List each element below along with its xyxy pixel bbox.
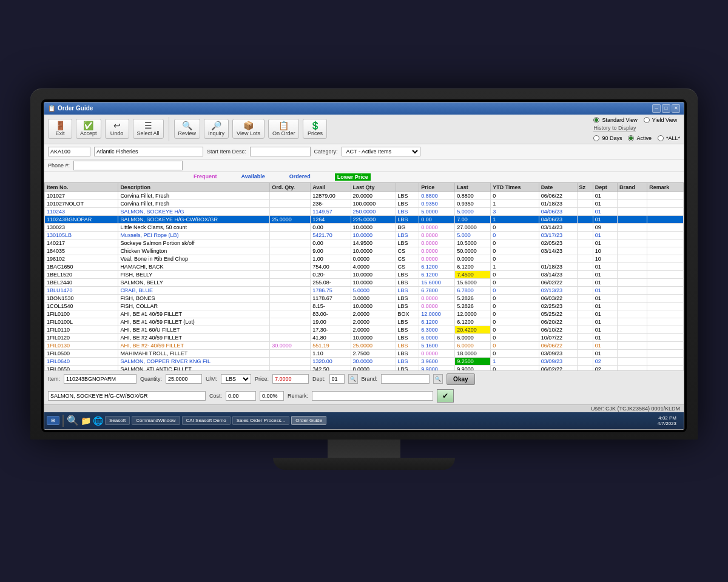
standard-view-option[interactable]: Standard View — [593, 117, 637, 123]
active-option[interactable]: Active — [628, 135, 652, 141]
cell-brand — [617, 341, 647, 349]
maximize-button[interactable]: □ — [662, 104, 670, 113]
dept-lookup-button[interactable]: 🔍 — [348, 374, 358, 384]
cell-brand — [617, 326, 647, 333]
start-button[interactable]: ⊞ — [47, 416, 59, 425]
table-row[interactable]: 101027NOLOT Corvina Fillet, Fresh 236- 1… — [45, 199, 684, 207]
cell-sz — [577, 310, 593, 318]
table-row[interactable]: 1FIL0500 MAHIMAHI TROLL, FILLET 1.10 2.7… — [45, 349, 684, 357]
desc-input[interactable] — [48, 391, 206, 401]
cell-last-qty: 10.0000 — [351, 278, 396, 286]
phone-input[interactable] — [73, 161, 183, 170]
search-taskbar-icon[interactable]: 🔍 — [67, 415, 79, 426]
cell-last-qty: 225.0000 — [351, 215, 396, 223]
table-row[interactable]: 1FIL0130 AHI, BE #2- 40/59 FILLET 30.000… — [45, 341, 684, 349]
table-row[interactable]: 1BEL1520 FISH, BELLY 0.20- 10.0000 LBS 6… — [45, 270, 684, 278]
brand-lookup-button[interactable]: 🔍 — [433, 374, 443, 384]
cell-item-no: 1BEL1520 — [45, 270, 118, 278]
price-input[interactable] — [272, 374, 309, 384]
cost-input[interactable] — [226, 391, 256, 401]
table-row[interactable]: 1BEL2440 SALMON, BELLY 255.08- 10.0000 L… — [45, 278, 684, 286]
cell-remark — [647, 278, 684, 286]
col-sz: Sz — [577, 182, 593, 192]
undo-button[interactable]: ↩ Undo — [105, 119, 129, 139]
cell-date — [539, 255, 577, 263]
table-row[interactable]: 1BAC1650 HAMACHI, BACK 754.00 4.0000 CS … — [45, 263, 684, 270]
yield-view-option[interactable]: Yield View — [644, 117, 678, 123]
cell-brand — [617, 207, 647, 215]
quantity-input[interactable] — [166, 374, 202, 384]
exit-button[interactable]: 🚪 Exit — [48, 119, 72, 139]
order-guide-task[interactable]: Order Guide — [291, 416, 326, 425]
table-row[interactable]: 110243 SALMON, SOCKEYE H/G 1149.57 250.0… — [45, 207, 684, 215]
title-bar-controls: ─ □ ✕ — [652, 104, 680, 113]
close-button[interactable]: ✕ — [672, 104, 680, 113]
on-order-button[interactable]: 📋 On Order — [268, 119, 300, 139]
cai-task[interactable]: CAI Seasoft Demo — [182, 416, 231, 425]
days-90-radio[interactable] — [593, 135, 599, 141]
table-row[interactable]: 196102 Veal, Bone in Rib End Chop 1.00 0… — [45, 255, 684, 263]
cell-unit: LBS — [396, 215, 419, 223]
accept-button[interactable]: ✅ Accept — [76, 119, 101, 139]
table-row[interactable]: 1COL1540 FISH, COLLAR 8.15- 10.0000 LBS … — [45, 302, 684, 310]
table-row[interactable]: 110243BGNOPAR SALMON, SOCKEYE H/G-CW/BOX… — [45, 215, 684, 223]
company-input[interactable] — [94, 147, 203, 156]
dept-input[interactable] — [329, 374, 345, 384]
item-input[interactable] — [64, 374, 136, 384]
table-row[interactable]: 130105LB Mussels, PEI Rope (LB) 5421.70 … — [45, 231, 684, 239]
cell-brand — [617, 255, 647, 263]
seasoft-task[interactable]: Seasoft — [105, 416, 130, 425]
start-item-desc-input[interactable] — [250, 147, 311, 156]
category-label: Category: — [314, 149, 338, 155]
confirm-button[interactable]: ✔ — [437, 389, 454, 403]
view-lots-button[interactable]: 📦 View Lots — [232, 119, 265, 139]
cell-last-qty: 10.0000 — [351, 231, 396, 239]
cell-sz — [577, 302, 593, 310]
remark-input[interactable] — [312, 391, 433, 401]
okay-button[interactable]: Okay — [447, 373, 474, 385]
cell-avail: 1264 — [311, 215, 351, 223]
cell-desc: AHI, BE #1 60/U FILLET — [118, 326, 270, 333]
cell-ord-qty — [270, 365, 311, 370]
all-radio[interactable] — [658, 135, 664, 141]
cell-price: 6.0000 — [419, 333, 455, 341]
ie-icon[interactable]: 🌐 — [93, 416, 103, 426]
um-select[interactable]: LBS — [221, 374, 251, 384]
cell-desc: AHI, BE #1 40/59 FILLET — [118, 310, 270, 318]
sales-task[interactable]: Sales Order Process... — [232, 416, 289, 425]
days-90-option[interactable]: 90 Days — [593, 135, 622, 141]
table-row[interactable]: 184035 Chicken Wellington 9.00 10.0000 C… — [45, 247, 684, 255]
active-radio[interactable] — [628, 135, 634, 141]
yield-view-radio[interactable] — [644, 117, 650, 123]
prices-button[interactable]: 💲 Prices — [303, 119, 327, 139]
cmd-task[interactable]: CommandWindow — [132, 416, 180, 425]
table-row[interactable]: 101027 Corvina Fillet, Fresh 12879.00 20… — [45, 192, 684, 199]
cost-pct-input[interactable] — [260, 391, 284, 401]
review-button[interactable]: 🔍 Review — [174, 119, 201, 139]
table-row[interactable]: 1FIL0120 AHI, BE #2 40/59 FILLET 41.80 1… — [45, 333, 684, 341]
all-option[interactable]: *ALL* — [658, 135, 680, 141]
file-explorer-icon[interactable]: 📁 — [81, 416, 91, 426]
table-row[interactable]: 1BLU1470 CRAB, BLUE 1786.75 5.0000 LBS 6… — [45, 286, 684, 294]
table-header-row: Item No. Description Ord. Qty. Avail Las… — [45, 182, 684, 192]
standard-view-radio[interactable] — [593, 117, 599, 123]
table-row[interactable]: 1FIL0100 AHI, BE #1 40/59 FILLET 83.00- … — [45, 310, 684, 318]
table-row[interactable]: 1BON1530 FISH, BONES 1178.67 3.0000 LBS … — [45, 294, 684, 302]
table-row[interactable]: 1FIL0650 SALMON, ATLANTIC FILLET 342.50 … — [45, 365, 684, 370]
history-label: History to Display — [593, 125, 636, 132]
select-all-button[interactable]: ☰ Select All — [133, 119, 164, 139]
cell-last: 5.000 — [455, 231, 491, 239]
cell-brand — [617, 263, 647, 270]
aka-input[interactable] — [48, 147, 90, 156]
inquiry-button[interactable]: 🔎 Inquiry — [204, 119, 229, 139]
category-select[interactable]: ACT - Active Items — [342, 147, 420, 156]
table-row[interactable]: 1FIL0110 AHI, BE #1 60/U FILLET 17.30- 2… — [45, 326, 684, 333]
table-row[interactable]: 1FIL0100L AHI, BE #1 40/59 FILLET (Lot) … — [45, 318, 684, 326]
minimize-button[interactable]: ─ — [652, 104, 661, 113]
table-row[interactable]: 130023 Little Neck Clams, 50 count 0.00 … — [45, 223, 684, 231]
table-row[interactable]: 1FIL0640 SALMON, COPPER RIVER KNG FIL 13… — [45, 357, 684, 365]
cell-ord-qty — [270, 270, 311, 278]
brand-input[interactable] — [381, 374, 430, 384]
table-row[interactable]: 140217 Sockeye Salmon Portion sk/off 0.0… — [45, 239, 684, 247]
cell-unit: LBS — [396, 192, 419, 199]
